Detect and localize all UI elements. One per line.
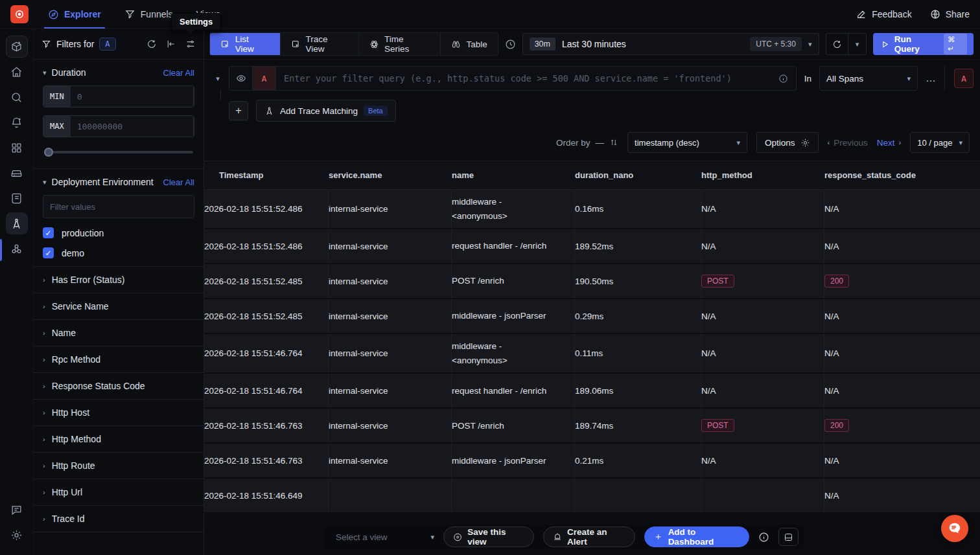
table-row[interactable]: 2026-02-18 15:51:46.764 internal-service…: [204, 334, 980, 374]
table-row[interactable]: 2026-02-18 15:51:46.764 internal-service…: [204, 374, 980, 409]
filter-section-header[interactable]: › Response Status Code: [34, 373, 204, 399]
collapse-panel-icon[interactable]: [166, 39, 176, 49]
tab-list-view[interactable]: List View: [210, 33, 281, 55]
toggle-panel-button[interactable]: [778, 528, 799, 546]
query-more-button[interactable]: …: [918, 73, 944, 84]
filter-section-header[interactable]: › Name: [34, 320, 204, 346]
cell-span-name: request handler - /enrich: [452, 229, 575, 263]
tab-funnels[interactable]: Funnels: [124, 0, 173, 28]
deployment-clear-all[interactable]: Clear All: [163, 177, 194, 187]
filter-section-header[interactable]: › Has Error (Status): [34, 267, 204, 293]
eye-icon: [236, 73, 246, 84]
time-range-picker[interactable]: 30m Last 30 minutes UTC + 5:30 ▾: [522, 33, 819, 55]
rail-search-button[interactable]: [6, 86, 28, 108]
feedback-button[interactable]: Feedback: [856, 9, 911, 19]
tab-explorer[interactable]: Explorer: [48, 0, 101, 28]
select-view-dropdown[interactable]: Select a view ▾: [336, 532, 434, 542]
checkbox-checked-icon[interactable]: ✓: [43, 227, 54, 238]
order-by-select[interactable]: timestamp (desc) ▾: [627, 132, 747, 153]
table-row[interactable]: 2026-02-18 15:51:46.763 internal-service…: [204, 409, 980, 444]
rail-services-button[interactable]: [6, 162, 28, 184]
add-trace-matching-button[interactable]: Add Trace Matching Beta: [256, 100, 396, 122]
duration-slider[interactable]: [44, 148, 193, 157]
rail-logs-button[interactable]: [6, 187, 28, 209]
rail-integrations-button[interactable]: [6, 238, 28, 260]
info-icon[interactable]: [758, 532, 769, 543]
refresh-interval-dropdown[interactable]: ▾: [848, 34, 866, 54]
rail-dashboards-button[interactable]: [6, 137, 28, 159]
rail-traces-button[interactable]: [6, 212, 28, 234]
cell-service-name: internal-service: [329, 374, 452, 407]
tab-time-series[interactable]: Time Series: [359, 33, 441, 55]
filter-section-header[interactable]: › Rpc Method: [34, 346, 204, 372]
rail-onboarding-button[interactable]: [6, 36, 28, 58]
filter-section-header[interactable]: › Http Url: [34, 479, 204, 505]
slider-handle[interactable]: [44, 148, 53, 157]
create-alert-button[interactable]: Create an Alert: [543, 527, 636, 547]
filter-section-header[interactable]: › Http Route: [34, 453, 204, 479]
share-button[interactable]: Share: [930, 9, 970, 19]
filter-section-header[interactable]: › Service Name: [34, 293, 204, 319]
filter-section: › Http Host: [34, 400, 204, 426]
query-badge-right[interactable]: A: [954, 69, 974, 88]
info-icon[interactable]: [778, 74, 788, 84]
span-scope-select[interactable]: All Spans ▾: [819, 66, 918, 91]
page-size-select[interactable]: 10 / page ▾: [910, 132, 970, 153]
duration-min-input[interactable]: [71, 86, 193, 107]
plus-icon: [654, 532, 662, 541]
app-logo[interactable]: [10, 5, 29, 23]
query-visibility-toggle[interactable]: [229, 67, 253, 90]
chevron-right-icon: ›: [43, 409, 45, 416]
filter-option[interactable]: ✓ production: [43, 227, 194, 238]
filter-settings-icon[interactable]: [185, 39, 196, 49]
tab-table[interactable]: Table: [441, 33, 497, 55]
filter-section-label: Http Route: [52, 460, 95, 471]
filter-sections: › Has Error (Status) › Service Name › Na…: [34, 267, 204, 532]
run-query-button[interactable]: Run Query ⌘ ↵: [873, 33, 974, 55]
filter-section-header[interactable]: › Http Host: [34, 400, 204, 425]
rail-settings-button[interactable]: [6, 524, 28, 546]
deployment-filter-input[interactable]: [43, 195, 194, 218]
cell-http-method: [701, 479, 824, 512]
chat-widget-button[interactable]: [941, 515, 968, 542]
options-button[interactable]: Options: [756, 132, 819, 153]
rail-support-button[interactable]: [6, 499, 28, 521]
cell-response-status: N/A: [824, 479, 980, 512]
rail-alerts-button[interactable]: [6, 111, 28, 133]
tab-trace-view[interactable]: Trace View: [281, 33, 360, 55]
next-page-button[interactable]: Next ›: [877, 138, 901, 148]
query-collapse-button[interactable]: ▾: [209, 74, 226, 83]
duration-clear-all[interactable]: Clear All: [163, 68, 194, 78]
chevron-down-icon[interactable]: ▾: [43, 178, 47, 187]
filter-section-header[interactable]: › Trace Id: [34, 506, 204, 532]
globe-icon: [930, 9, 940, 19]
add-to-dashboard-button[interactable]: Add to Dashboard: [644, 527, 749, 547]
checkbox-checked-icon[interactable]: ✓: [43, 247, 54, 258]
previous-page-button[interactable]: ‹ Previous: [828, 138, 868, 148]
table-row[interactable]: 2026-02-18 15:51:52.485 internal-service…: [204, 299, 980, 334]
filter-query-input[interactable]: [284, 73, 772, 84]
table-row[interactable]: 2026-02-18 15:51:52.485 internal-service…: [204, 264, 980, 299]
cell-timestamp: 2026-02-18 15:51:46.764: [204, 334, 329, 372]
timezone-badge[interactable]: UTC + 5:30: [750, 37, 802, 51]
sync-filters-icon[interactable]: [146, 39, 157, 49]
refresh-button[interactable]: [826, 34, 848, 54]
previous-label: Previous: [834, 138, 868, 148]
chevron-down-icon[interactable]: ▾: [43, 69, 47, 77]
save-view-button[interactable]: Save this view: [443, 527, 534, 547]
add-query-button[interactable]: +: [229, 101, 248, 120]
query-name-badge[interactable]: A: [253, 67, 276, 90]
filter-section-header[interactable]: › Http Method: [34, 426, 204, 452]
query-tree-line: [220, 91, 221, 100]
duration-max-input[interactable]: [71, 116, 193, 137]
filter-option[interactable]: ✓ demo: [43, 247, 194, 258]
rail-home-button[interactable]: [6, 61, 28, 83]
table-row[interactable]: 2026-02-18 15:51:52.486 internal-service…: [204, 229, 980, 264]
table-row[interactable]: 2026-02-18 15:51:52.486 internal-service…: [204, 190, 980, 229]
filter-option-label: demo: [62, 248, 84, 258]
table-row[interactable]: 2026-02-18 15:51:46.763 internal-service…: [204, 444, 980, 479]
span-scope-value: All Spans: [826, 74, 863, 84]
cell-span-name: middleware - <anonymous>: [452, 190, 575, 228]
table-row[interactable]: 2026-02-18 15:51:46.649 N/A: [204, 479, 980, 514]
filter-query-badge[interactable]: A: [99, 38, 115, 51]
